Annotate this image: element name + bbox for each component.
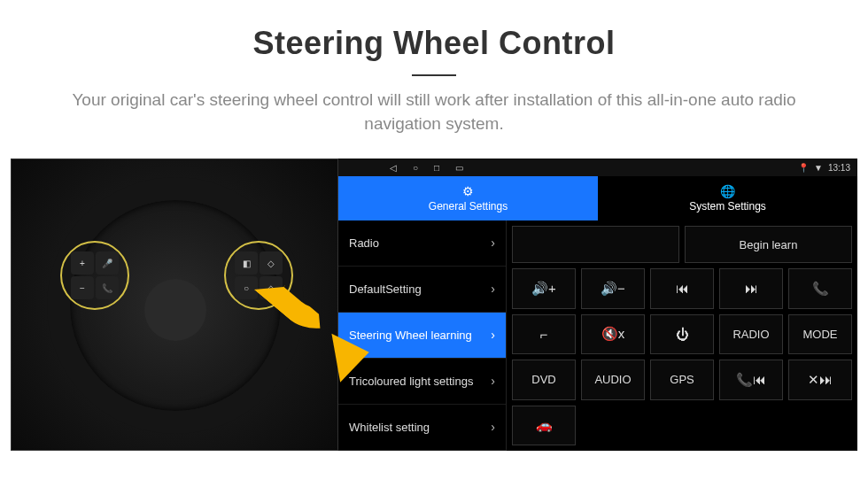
swc-radio[interactable]: RADIO xyxy=(719,314,783,355)
steering-wheel-photo: +🎤 −📞 ◧◇ ○◇ xyxy=(11,159,338,451)
tab-label: System Settings xyxy=(689,200,766,213)
swc-call-next[interactable]: ✕⏭ xyxy=(788,360,852,400)
app-icon[interactable]: ▭ xyxy=(455,163,463,173)
tab-system-settings[interactable]: 🌐 System Settings xyxy=(598,176,857,220)
chevron-right-icon: › xyxy=(491,282,495,297)
swc-button-grid: 🔊+ 🔊− ⏮ ⏭ 📞 ⌐ 🔇x ⏻ RADIO MODE DVD AUDIO … xyxy=(512,268,852,445)
android-status-bar: ◁ ○ □ ▭ 📍 ▼ 13:13 xyxy=(338,159,857,176)
swc-mute[interactable]: 🔇x xyxy=(581,314,645,355)
swc-power[interactable]: ⏻ xyxy=(650,314,714,355)
tab-label: General Settings xyxy=(429,200,508,213)
clock: 13:13 xyxy=(828,163,850,173)
swc-prev[interactable]: ⏮ xyxy=(650,268,714,309)
home-icon[interactable]: ○ xyxy=(413,163,418,173)
chevron-right-icon: › xyxy=(491,374,495,389)
begin-learn-button[interactable]: Begin learn xyxy=(685,226,852,263)
page-title: Steering Wheel Control xyxy=(35,25,833,62)
title-divider xyxy=(412,74,456,76)
gear-icon: ⚙ xyxy=(462,184,474,198)
tab-general-settings[interactable]: ⚙ General Settings xyxy=(338,176,598,220)
swc-gps[interactable]: GPS xyxy=(650,360,714,400)
wifi-icon: ▼ xyxy=(814,163,823,173)
chevron-right-icon: › xyxy=(491,328,495,343)
back-icon[interactable]: ◁ xyxy=(390,163,397,173)
wheel-buttons-left: +🎤 −📞 xyxy=(60,241,129,310)
swc-vol-up[interactable]: 🔊+ xyxy=(512,268,576,309)
swc-mode[interactable]: MODE xyxy=(788,314,852,355)
learn-display xyxy=(512,226,679,263)
swc-vol-down[interactable]: 🔊− xyxy=(581,268,645,309)
swc-dvd[interactable]: DVD xyxy=(512,360,576,400)
swc-hangup[interactable]: ⌐ xyxy=(512,314,576,355)
swc-call[interactable]: 📞 xyxy=(788,268,852,309)
sidebar-item-radio[interactable]: Radio › xyxy=(338,220,506,267)
globe-icon: 🌐 xyxy=(720,184,735,198)
swc-audio[interactable]: AUDIO xyxy=(581,360,645,400)
head-unit-screen: ◁ ○ □ ▭ 📍 ▼ 13:13 ⚙ General Settings 🌐 S… xyxy=(338,159,857,451)
page-subtitle: Your original car's steering wheel contr… xyxy=(44,89,824,135)
chevron-right-icon: › xyxy=(491,420,495,435)
swc-car[interactable]: 🚗 xyxy=(512,406,576,446)
location-icon: 📍 xyxy=(798,163,809,173)
swc-next[interactable]: ⏭ xyxy=(719,268,783,309)
sidebar-item-whitelist[interactable]: Whitelist setting › xyxy=(338,405,506,451)
sidebar-item-default[interactable]: DefaultSetting › xyxy=(338,267,506,313)
swc-call-prev[interactable]: 📞⏮ xyxy=(719,360,783,400)
recent-icon[interactable]: □ xyxy=(434,163,439,173)
chevron-right-icon: › xyxy=(491,236,495,251)
